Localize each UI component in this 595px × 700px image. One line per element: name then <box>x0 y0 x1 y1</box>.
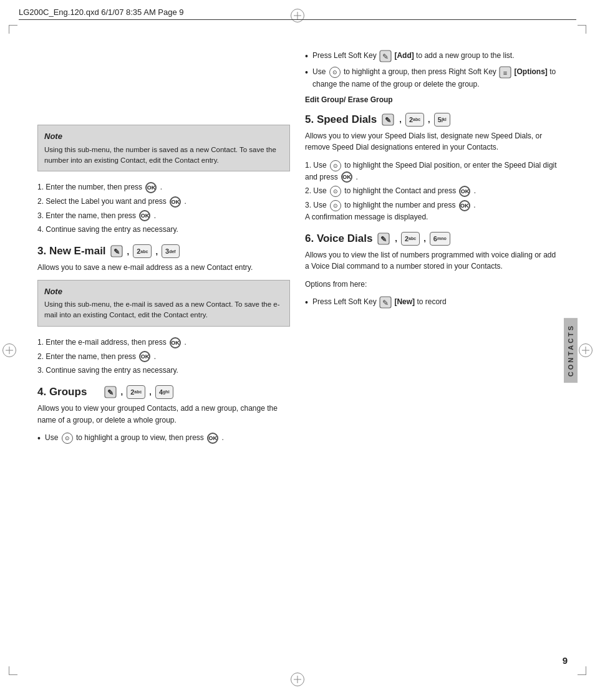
section4-4ghi: 4ghi <box>155 385 173 399</box>
softkey-left-icon-1: ✎ <box>379 50 392 62</box>
ok-icon-2: OK <box>170 196 181 208</box>
page-header: LG200C_Eng.120.qxd 6/1/07 8:35 AM Page 9 <box>19 7 576 20</box>
section3-heading: 3. New E-mail ✎ , 2abc , 3def <box>37 244 290 258</box>
softkey-left-icon-2: ✎ <box>379 296 392 309</box>
section5-comma1: , <box>399 115 402 124</box>
step-5-2: 2. Use ⊙ to highlight the Contact and pr… <box>305 185 558 197</box>
note-title-2: Note <box>44 285 283 298</box>
svg-text:✎: ✎ <box>385 116 391 125</box>
section3-comma2: , <box>155 247 158 256</box>
svg-text:✎: ✎ <box>382 299 389 307</box>
step-1-2: 2. Select the Label you want and press O… <box>37 196 290 208</box>
steps-list-2: 1. Enter the e-mail address, then press … <box>37 337 290 376</box>
section4-heading: 4. Groups ✎ , 2abc , 4ghi <box>37 385 290 399</box>
section4-desc: Allows you to view your grouped Contacts… <box>37 403 290 426</box>
section6-comma2: , <box>423 234 426 243</box>
note-content-2: Using this sub-menu, the e-mail is saved… <box>44 299 283 321</box>
add-label: [Add] <box>394 51 414 60</box>
softkey-right-icon-1: ≡ <box>499 66 511 79</box>
section4-title: 4. Groups <box>37 386 87 398</box>
section6-6mno: 6mno <box>430 232 450 246</box>
step-1-4: 4. Continue saving the entry as necessar… <box>37 224 290 236</box>
right-bottom-bullet-1: Press Left Soft Key ✎ [New] to record <box>305 296 558 309</box>
right-bullet-2: Use ⊙ to highlight a group, then press R… <box>305 66 558 90</box>
section6-softkey-icon: ✎ <box>376 232 391 245</box>
contacts-sidebar: CONTACTS <box>564 317 578 382</box>
group-actions: Edit Group/ Erase Group <box>305 95 558 104</box>
note-box-2: Note Using this sub-menu, the e-mail is … <box>37 280 290 327</box>
options-from-here: Options from here: <box>305 279 558 290</box>
section5-heading: 5. Speed Dials ✎ , 2abc , 5jkl <box>305 113 558 127</box>
cut-mark-bottom-left <box>9 666 17 675</box>
svg-text:✎: ✎ <box>382 52 389 61</box>
section5-softkey-icon: ✎ <box>380 113 395 126</box>
step-1-1: 1. Enter the number, then press OK . <box>37 181 290 193</box>
page-number: 9 <box>563 655 568 666</box>
right-column: Press Left Soft Key ✎ [Add] to add a new… <box>305 44 558 656</box>
nav-icon-2: ⊙ <box>329 67 341 78</box>
section4-comma1: , <box>121 387 123 396</box>
note-content-1: Using this sub-menu, the number is saved… <box>44 145 283 166</box>
nav-icon-3: ⊙ <box>330 160 341 171</box>
section5-comma2: , <box>428 115 430 124</box>
ok-icon-3: OK <box>139 210 150 221</box>
section3-2abc: 2abc <box>133 244 152 258</box>
options-label: [Options] <box>515 67 548 76</box>
ok-icon-1: OK <box>145 182 157 193</box>
steps-list-5: 1. Use ⊙ to highlight the Speed Dial pos… <box>305 160 558 223</box>
section6-heading: 6. Voice Dials ✎ , 2abc , 6mno <box>305 232 558 246</box>
step-1-3: 3. Enter the name, then press OK . <box>37 210 290 222</box>
step-5-3: 3. Use ⊙ to highlight the number and pre… <box>305 199 558 223</box>
contacts-label: CONTACTS <box>564 317 578 382</box>
step-5-1: 1. Use ⊙ to highlight the Speed Dial pos… <box>305 160 558 183</box>
nav-icon-1: ⊙ <box>62 433 73 444</box>
reg-mark-middle-left <box>2 343 16 357</box>
step-2-1: 1. Enter the e-mail address, then press … <box>37 337 290 348</box>
ok-icon-4: OK <box>170 337 181 348</box>
nav-icon-5: ⊙ <box>330 200 341 211</box>
ok-icon-8: OK <box>459 186 470 197</box>
steps-list-1: 1. Enter the number, then press OK . 2. … <box>37 181 290 236</box>
groups-bullet-list: Use ⊙ to highlight a group to view, then… <box>37 432 290 444</box>
section3-title: 3. New E-mail <box>37 245 106 257</box>
left-column: Note Using this sub-menu, the number is … <box>37 44 290 656</box>
section3-3def: 3def <box>162 244 180 258</box>
ok-icon-9: OK <box>459 200 470 211</box>
ok-icon-5: OK <box>139 351 150 362</box>
note-box-1: Note Using this sub-menu, the number is … <box>37 125 290 171</box>
header-text: LG200C_Eng.120.qxd 6/1/07 8:35 AM Page 9 <box>19 7 184 17</box>
section5-desc: Allows you to view your Speed Dials list… <box>305 130 558 153</box>
svg-text:✎: ✎ <box>380 235 387 244</box>
right-top-bullets: Press Left Soft Key ✎ [Add] to add a new… <box>305 50 558 90</box>
step-2-3: 3. Continue saving the entry as necessar… <box>37 365 290 376</box>
section5-2abc: 2abc <box>405 113 424 127</box>
section5-title: 5. Speed Dials <box>305 113 377 126</box>
step-2-2: 2. Enter the name, then press OK . <box>37 351 290 363</box>
ok-icon-7: OK <box>341 171 352 183</box>
svg-text:✎: ✎ <box>107 388 114 397</box>
right-bottom-bullets: Press Left Soft Key ✎ [New] to record <box>305 296 558 309</box>
section3-comma1: , <box>127 247 130 256</box>
reg-mark-bottom-center <box>291 673 304 686</box>
section6-comma1: , <box>395 234 397 243</box>
svg-text:≡: ≡ <box>503 69 507 77</box>
reg-mark-middle-right <box>579 343 593 357</box>
section6-desc: Allows you to view the list of numbers p… <box>305 249 558 272</box>
cut-mark-top-right <box>578 25 586 34</box>
right-bullet-1: Press Left Soft Key ✎ [Add] to add a new… <box>305 50 558 62</box>
section4-softkey-icon: ✎ <box>104 386 117 399</box>
section5-5jkl: 5jkl <box>434 113 450 127</box>
section4-2abc: 2abc <box>127 385 145 399</box>
section6-2abc: 2abc <box>401 232 420 246</box>
section4-comma2: , <box>149 387 152 396</box>
section3-desc: Allows you to save a new e-mail address … <box>37 262 290 274</box>
cut-mark-bottom-right <box>578 666 586 675</box>
main-content: Note Using this sub-menu, the number is … <box>37 44 558 656</box>
section6-title: 6. Voice Dials <box>305 233 372 245</box>
new-label: [New] <box>394 298 415 307</box>
nav-icon-4: ⊙ <box>330 186 341 197</box>
note-title-1: Note <box>44 130 283 143</box>
groups-bullet-1: Use ⊙ to highlight a group to view, then… <box>37 432 290 444</box>
section3-softkey-icon: ✎ <box>110 245 123 258</box>
cut-mark-top-left <box>9 25 17 34</box>
